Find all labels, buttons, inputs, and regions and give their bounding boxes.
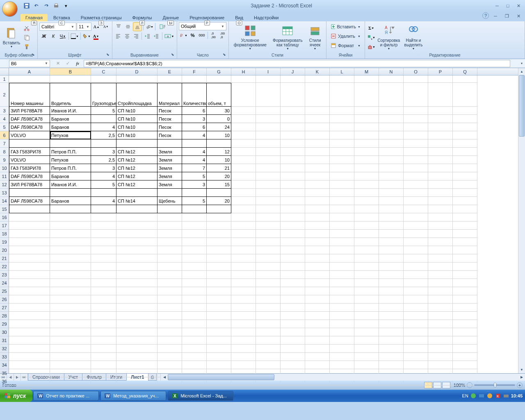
- cell[interactable]: [182, 304, 207, 312]
- cell[interactable]: [9, 230, 50, 238]
- cell[interactable]: [354, 205, 379, 213]
- cell[interactable]: Грузоподъемность, т: [91, 83, 116, 107]
- cell[interactable]: [330, 123, 354, 131]
- cell[interactable]: [453, 336, 477, 345]
- cell[interactable]: [256, 107, 281, 115]
- minimize-button[interactable]: ─: [492, 2, 502, 9]
- cell[interactable]: [116, 320, 158, 328]
- cell[interactable]: [182, 312, 207, 320]
- cell[interactable]: [404, 328, 428, 336]
- cell[interactable]: [404, 304, 428, 312]
- tray-icon[interactable]: [503, 393, 509, 399]
- column-header[interactable]: H: [231, 68, 256, 75]
- cell[interactable]: [91, 353, 116, 361]
- cell[interactable]: [404, 156, 428, 164]
- cell[interactable]: [281, 172, 305, 180]
- cell[interactable]: [50, 189, 91, 197]
- cell[interactable]: [379, 107, 404, 115]
- cell[interactable]: [453, 139, 477, 148]
- cell[interactable]: [256, 172, 281, 180]
- cell[interactable]: СП №10: [116, 115, 158, 123]
- cell[interactable]: [91, 312, 116, 320]
- cell[interactable]: [50, 139, 91, 148]
- cell[interactable]: СП №10: [116, 107, 158, 115]
- cell[interactable]: Земля: [158, 180, 182, 189]
- cell[interactable]: [404, 262, 428, 271]
- cell[interactable]: [231, 254, 256, 262]
- row-header[interactable]: 34: [0, 361, 9, 369]
- column-header[interactable]: I: [256, 68, 281, 75]
- cell[interactable]: [305, 353, 330, 361]
- cell[interactable]: [281, 312, 305, 320]
- cell[interactable]: [256, 156, 281, 164]
- cell[interactable]: [428, 139, 453, 148]
- cell[interactable]: [305, 271, 330, 279]
- cell[interactable]: [428, 189, 453, 197]
- cell[interactable]: [404, 115, 428, 123]
- cell[interactable]: [50, 230, 91, 238]
- cell[interactable]: [453, 148, 477, 156]
- cell[interactable]: [256, 279, 281, 287]
- cell[interactable]: [379, 156, 404, 164]
- cell[interactable]: [453, 123, 477, 131]
- tab-review[interactable]: РецензированиеР: [185, 14, 229, 21]
- cell[interactable]: [231, 336, 256, 345]
- cell[interactable]: [50, 295, 91, 304]
- cell[interactable]: [428, 213, 453, 221]
- clock[interactable]: 10:45: [511, 393, 523, 398]
- cell[interactable]: [354, 189, 379, 197]
- cell[interactable]: [182, 295, 207, 304]
- cell[interactable]: [379, 197, 404, 205]
- cell[interactable]: Водитель: [50, 83, 91, 107]
- cell[interactable]: [231, 328, 256, 336]
- cell[interactable]: [91, 254, 116, 262]
- cell[interactable]: [50, 262, 91, 271]
- zoom-slider[interactable]: [474, 384, 515, 386]
- cell[interactable]: [9, 246, 50, 254]
- cell[interactable]: [404, 205, 428, 213]
- cell[interactable]: [231, 83, 256, 107]
- cell[interactable]: [379, 221, 404, 230]
- cell[interactable]: [453, 279, 477, 287]
- align-left-icon[interactable]: [114, 32, 123, 41]
- row-header[interactable]: 6: [0, 131, 9, 139]
- cell[interactable]: [50, 75, 91, 83]
- cell[interactable]: [50, 213, 91, 221]
- cell[interactable]: [281, 189, 305, 197]
- column-header[interactable]: Q: [453, 68, 477, 75]
- row-header[interactable]: 23: [0, 271, 9, 279]
- cell[interactable]: [453, 221, 477, 230]
- row-header[interactable]: 12: [0, 180, 9, 189]
- column-header[interactable]: L: [330, 68, 354, 75]
- cell[interactable]: [231, 115, 256, 123]
- cell[interactable]: 3: [91, 148, 116, 156]
- cell[interactable]: [9, 213, 50, 221]
- enter-formula-icon[interactable]: ✓: [63, 59, 72, 68]
- underline-button[interactable]: Ч▼: [58, 32, 67, 41]
- help-icon[interactable]: ?: [482, 12, 489, 19]
- cell[interactable]: [330, 238, 354, 246]
- cell[interactable]: [231, 189, 256, 197]
- font-size-select[interactable]: 11▼: [77, 23, 91, 31]
- cell[interactable]: [354, 123, 379, 131]
- cell[interactable]: объем, т: [207, 83, 231, 107]
- cell[interactable]: [256, 345, 281, 353]
- tab-insert[interactable]: ВставкаС: [48, 14, 75, 21]
- tray-icon[interactable]: [470, 393, 477, 399]
- cell[interactable]: [453, 189, 477, 197]
- cell[interactable]: [305, 345, 330, 353]
- row-header[interactable]: 35: [0, 369, 9, 377]
- cell[interactable]: DAF Л598СА78: [9, 115, 50, 123]
- tab-data[interactable]: ДанныеЫ: [158, 14, 184, 21]
- cell[interactable]: VOLVO: [9, 156, 50, 164]
- cell[interactable]: [354, 164, 379, 172]
- cell[interactable]: [182, 221, 207, 230]
- cell[interactable]: [428, 304, 453, 312]
- cell[interactable]: [256, 213, 281, 221]
- cell[interactable]: Баранов: [50, 123, 91, 131]
- row-header[interactable]: 3: [0, 107, 9, 115]
- cell[interactable]: [231, 156, 256, 164]
- cell[interactable]: [116, 75, 158, 83]
- cell[interactable]: [9, 75, 50, 83]
- cell[interactable]: [256, 238, 281, 246]
